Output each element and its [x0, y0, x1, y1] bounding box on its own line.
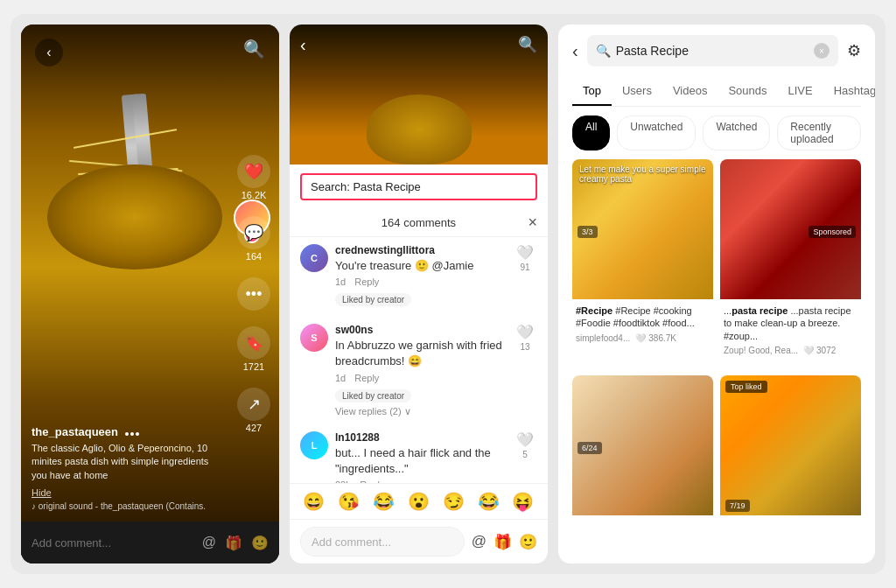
search-clear-button[interactable]: ×	[814, 43, 830, 59]
comments-video-preview: ‹ 🔍	[290, 24, 548, 164]
at-icon[interactable]: @	[202, 535, 216, 551]
comments-back-button[interactable]: ‹	[300, 35, 306, 55]
search-back-button[interactable]: ‹	[572, 41, 578, 61]
grid-item-count-badge: 3/3	[578, 226, 598, 238]
video-comment-bar: Add comment... @ 🎁 🙂	[21, 522, 279, 564]
search-bar[interactable]: 🔍 Pasta Recipe ×	[587, 35, 838, 66]
grid-item[interactable]: Sponsored ...pasta recipe ...pasta recip…	[720, 159, 861, 368]
grid-item[interactable]: Let me make you a super simple creamy pa…	[572, 159, 713, 368]
comment-reply-button[interactable]: Reply	[354, 373, 379, 383]
comment-button[interactable]: 💬 164	[237, 216, 270, 262]
like-icon: ❤️	[237, 155, 270, 188]
comment-icon: 💬	[237, 216, 270, 249]
filter-recently-uploaded[interactable]: Recently uploaded	[777, 116, 861, 150]
share-button[interactable]: ↗ 427	[237, 388, 270, 433]
tab-top[interactable]: Top	[572, 77, 612, 106]
tab-sounds[interactable]: Sounds	[718, 77, 777, 106]
comment-username[interactable]: ln101288	[335, 431, 506, 444]
comment-avatar[interactable]: C	[300, 244, 328, 272]
filter-unwatched[interactable]: Unwatched	[617, 116, 696, 150]
tab-hashtags[interactable]: Hashtags	[823, 77, 875, 106]
video-panel: ‹ 🔍 + ❤️ 16.2K 💬 164 ••• 🔖 1721	[21, 24, 279, 564]
gift-icon[interactable]: 🎁	[225, 535, 242, 551]
emoji-wow[interactable]: 😮	[408, 491, 430, 512]
comment-like-count: 13	[520, 342, 529, 352]
comments-search-button[interactable]: 🔍	[518, 35, 537, 54]
emoji-cry-laugh[interactable]: 😂	[373, 491, 395, 512]
food-visual	[47, 94, 222, 287]
search-input-value[interactable]: Pasta Recipe	[616, 44, 808, 58]
comment-meta: 1d Reply	[335, 373, 506, 383]
comment-text: In Abbruzzo we garnish with fried breadc…	[335, 338, 506, 369]
filter-watched[interactable]: Watched	[703, 116, 770, 150]
grid-item[interactable]: Top liked 7/19	[720, 375, 861, 550]
emoji-bar: 😄 😘 😂 😮 😏 😂 😝	[290, 483, 548, 519]
grid-item[interactable]: 6/24	[572, 375, 713, 550]
comment-avatar[interactable]: S	[300, 324, 328, 352]
search-top-row: ‹ 🔍 Pasta Recipe × ⚙	[572, 35, 861, 66]
back-icon: ‹	[46, 45, 51, 60]
search-highlight-bar[interactable]: Search: Pasta Recipe	[300, 173, 537, 200]
video-back-button[interactable]: ‹	[35, 38, 63, 66]
comment-like-button[interactable]: 🤍	[516, 431, 534, 448]
comments-list: C crednewstingllittora You're treasure 🙂…	[290, 237, 548, 483]
emoji-icon[interactable]: 🙂	[251, 535, 269, 551]
grid-item-overlay-text: Let me make you a super simple creamy pa…	[572, 159, 713, 189]
comment-like-button[interactable]: 🤍	[516, 244, 534, 261]
share-icon: ↗	[237, 388, 270, 421]
grid-item-thumbnail: Let me make you a super simple creamy pa…	[572, 159, 713, 299]
view-replies-button[interactable]: View replies (2) ∨	[335, 406, 506, 417]
emoji-laugh2[interactable]: 😂	[478, 491, 500, 512]
tab-live[interactable]: LIVE	[778, 77, 823, 106]
comment-like-count: 5	[522, 450, 528, 459]
comment-username[interactable]: crednewstingllittora	[335, 244, 506, 256]
liked-by-creator-badge: Liked by creator	[335, 293, 411, 306]
like-count: 16.2K	[242, 190, 267, 200]
at-icon[interactable]: @	[472, 533, 486, 551]
search-filter-button[interactable]: ⚙	[847, 41, 861, 60]
grid-item-thumbnail: Sponsored	[720, 159, 861, 299]
grid-item-info: #Recipe #Recipe #cooking #Foodie #foodti…	[572, 299, 713, 348]
comment-like-button[interactable]: 🤍	[516, 324, 534, 340]
video-sound[interactable]: ♪ original sound - the_pastaqueen (Conta…	[32, 501, 227, 511]
comment-body: sw00ns In Abbruzzo we garnish with fried…	[335, 324, 506, 416]
emoji-tongue[interactable]: 😝	[512, 491, 534, 512]
grid-item-stats: 🤍 3072	[803, 346, 836, 355]
more-icon: •••	[237, 277, 270, 311]
more-button[interactable]: •••	[237, 277, 270, 311]
comments-panel: ‹ 🔍 Search: Pasta Recipe 164 comments × …	[290, 24, 548, 564]
top-liked-badge: Top liked	[725, 381, 767, 393]
comments-close-button[interactable]: ×	[528, 214, 537, 232]
comments-count-bar: 164 comments ×	[290, 209, 548, 237]
comments-add-input[interactable]: Add comment...	[300, 527, 465, 556]
comment-like-area: 🤍 91	[513, 244, 537, 310]
grid-item-title	[724, 521, 858, 533]
bookmark-button[interactable]: 🔖 1721	[237, 326, 270, 372]
video-info: the_pastaqueen The classic Aglio, Olio &…	[32, 425, 227, 511]
search-icon: 🔍	[596, 44, 611, 58]
comment-avatar[interactable]: L	[300, 431, 328, 459]
video-username[interactable]: the_pastaqueen	[32, 425, 227, 438]
comment-reply-button[interactable]: Reply	[354, 276, 379, 287]
grid-item-count-badge: 6/24	[578, 442, 602, 454]
video-description: The classic Aglio, Olio & Peperoncino, 1…	[32, 442, 227, 482]
emoji-icon[interactable]: 🙂	[519, 533, 537, 551]
comment-like-area: 🤍 13	[513, 324, 537, 416]
tab-users[interactable]: Users	[612, 77, 662, 106]
gift-icon[interactable]: 🎁	[494, 533, 512, 551]
share-count: 427	[246, 423, 262, 433]
video-search-button[interactable]: 🔍	[243, 38, 265, 60]
comment-username[interactable]: sw00ns	[335, 324, 506, 336]
like-button[interactable]: ❤️ 16.2K	[237, 155, 270, 200]
emoji-laugh[interactable]: 😄	[303, 491, 325, 512]
comment-action-icons: @ 🎁 🙂	[202, 535, 269, 551]
filter-all[interactable]: All	[572, 116, 610, 150]
emoji-smirk[interactable]: 😏	[443, 491, 465, 512]
bowl-visual	[47, 164, 222, 270]
hide-button[interactable]: Hide	[32, 487, 227, 498]
comment-input[interactable]: Add comment...	[32, 536, 195, 550]
emoji-kiss[interactable]: 😘	[338, 491, 360, 512]
comment-like-count: 91	[520, 262, 529, 272]
grid-item-stats: 🤍 386.7K	[635, 333, 676, 343]
tab-videos[interactable]: Videos	[662, 77, 718, 106]
